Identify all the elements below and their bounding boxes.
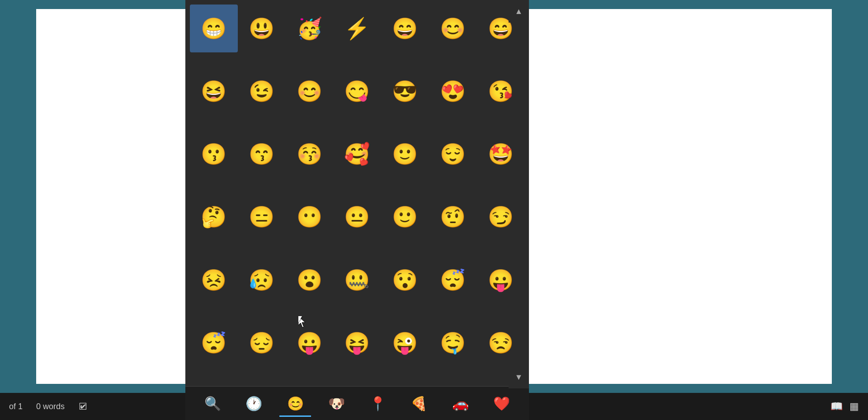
emoji-cell[interactable]: 😆 [190, 67, 238, 115]
emoji-cell[interactable]: 😌 [429, 130, 477, 178]
spellcheck-icon[interactable]: 🗹 [78, 401, 87, 412]
emoji-cell[interactable]: 🤤 [429, 319, 477, 367]
emoji-cell[interactable]: 😛 [476, 256, 524, 304]
emoji-cell[interactable]: 🥳 [285, 5, 333, 52]
emoji-cell[interactable]: 😐 [333, 193, 381, 241]
emoji-cell[interactable]: 😚 [285, 130, 333, 178]
emoji-cell[interactable]: 😴 [190, 319, 238, 367]
emoji-cell[interactable]: 😜 [381, 319, 429, 367]
emoji-cell[interactable]: 😍 [429, 67, 477, 115]
emoji-grid: 😁 😃 🥳 ⚡ 😄 😊 😄 😆 😉 😊 😋 😎 😍 😘 😗 😙 😚 🥰 🙂 😌 … [185, 0, 529, 386]
emoji-cell[interactable]: 😄 [381, 5, 429, 52]
emoji-cell[interactable]: 😶 [285, 193, 333, 241]
heart-icon: ❤️ [493, 396, 510, 411]
emoji-cell[interactable]: 🤩 [476, 130, 524, 178]
category-search[interactable]: 🔍 [197, 391, 229, 416]
emoji-cell[interactable]: 😝 [333, 319, 381, 367]
emoji-picker-panel: ▲ 😁 😃 🥳 ⚡ 😄 😊 😄 😆 😉 😊 😋 😎 😍 😘 😗 😙 😚 🥰 🙂 … [185, 0, 529, 420]
emoji-cell[interactable]: 😋 [333, 67, 381, 115]
emoji-cell[interactable]: 😒 [476, 319, 524, 367]
scroll-up-button[interactable]: ▲ [509, 0, 529, 23]
emoji-cell[interactable]: 🙂 [381, 193, 429, 241]
status-right-icons: 📖 ▦ [830, 401, 859, 412]
car-icon: 🚗 [452, 396, 469, 411]
status-icons: 🗹 [78, 401, 87, 412]
book-view-icon[interactable]: 📖 [830, 401, 843, 412]
category-animals[interactable]: 🐶 [321, 391, 352, 416]
emoji-cell[interactable]: 😊 [429, 5, 477, 52]
emoji-cell[interactable]: 🤐 [333, 256, 381, 304]
emoji-cell[interactable]: 😊 [285, 67, 333, 115]
emoji-cell[interactable]: ⚡ [333, 5, 381, 52]
category-food[interactable]: 🍕 [403, 391, 435, 416]
emoji-cell[interactable]: 🥰 [333, 130, 381, 178]
emoji-cell[interactable]: 😮 [285, 256, 333, 304]
animals-icon: 🐶 [328, 396, 345, 411]
category-places[interactable]: 📍 [362, 391, 394, 416]
emoji-cell[interactable]: 😴 [429, 256, 477, 304]
smiley-icon: 😊 [287, 396, 304, 411]
emoji-cell[interactable]: 🙂 [381, 130, 429, 178]
emoji-cell[interactable]: 😎 [381, 67, 429, 115]
emoji-cell[interactable]: 😯 [381, 256, 429, 304]
emoji-cell[interactable]: 😃 [238, 5, 286, 52]
page-info: of 1 [9, 402, 23, 411]
category-activities[interactable]: 🚗 [444, 391, 476, 416]
scroll-down-button[interactable]: ▼ [509, 366, 529, 388]
word-count: 0 words [36, 402, 65, 411]
category-recent[interactable]: 🕐 [238, 391, 270, 416]
emoji-cell[interactable]: 🤔 [190, 193, 238, 241]
emoji-cell[interactable]: 😉 [238, 67, 286, 115]
category-smileys[interactable]: 😊 [279, 391, 311, 416]
clock-icon: 🕐 [245, 396, 262, 411]
search-icon: 🔍 [204, 396, 221, 411]
emoji-cell[interactable]: 😥 [238, 256, 286, 304]
emoji-cell[interactable]: 😔 [238, 319, 286, 367]
grid-view-icon[interactable]: ▦ [849, 401, 859, 412]
food-icon: 🍕 [410, 396, 427, 411]
emoji-cell[interactable]: 😑 [238, 193, 286, 241]
emoji-cell[interactable]: 😛 [285, 319, 333, 367]
emoji-cell[interactable]: 😏 [476, 193, 524, 241]
emoji-cell[interactable]: 😣 [190, 256, 238, 304]
emoji-cell[interactable]: 😗 [190, 130, 238, 178]
emoji-cell[interactable]: 😙 [238, 130, 286, 178]
emoji-cell[interactable]: 🤨 [429, 193, 477, 241]
location-icon: 📍 [369, 396, 386, 411]
emoji-cell[interactable]: 😁 [190, 5, 238, 52]
category-objects[interactable]: ❤️ [486, 391, 517, 416]
category-bar: 🔍 🕐 😊 🐶 📍 🍕 🚗 ❤️ [185, 386, 529, 420]
emoji-cell[interactable]: 😘 [476, 67, 524, 115]
